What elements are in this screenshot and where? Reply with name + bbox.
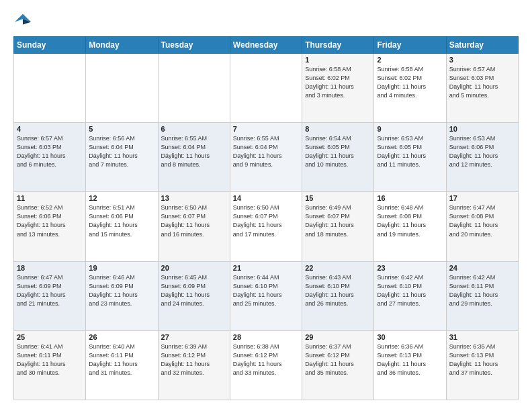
day-info: Sunrise: 6:50 AMSunset: 6:07 PMDaylight:… bbox=[233, 203, 299, 238]
calendar-week-row: 11Sunrise: 6:52 AMSunset: 6:06 PMDayligh… bbox=[14, 192, 519, 261]
calendar-day-cell: 20Sunrise: 6:45 AMSunset: 6:09 PMDayligh… bbox=[158, 261, 230, 330]
day-number: 12 bbox=[89, 194, 154, 202]
day-info: Sunrise: 6:47 AMSunset: 6:08 PMDaylight:… bbox=[449, 203, 515, 238]
day-number: 1 bbox=[305, 56, 371, 64]
day-number: 5 bbox=[89, 125, 154, 133]
calendar-day-cell: 29Sunrise: 6:37 AMSunset: 6:12 PMDayligh… bbox=[302, 330, 374, 400]
calendar-day-cell: 13Sunrise: 6:50 AMSunset: 6:07 PMDayligh… bbox=[158, 192, 230, 261]
calendar-day-cell: 30Sunrise: 6:36 AMSunset: 6:13 PMDayligh… bbox=[374, 330, 446, 400]
day-info: Sunrise: 6:52 AMSunset: 6:06 PMDaylight:… bbox=[17, 203, 83, 238]
day-number: 3 bbox=[449, 56, 515, 64]
day-info: Sunrise: 6:37 AMSunset: 6:12 PMDaylight:… bbox=[305, 342, 371, 377]
logo bbox=[13, 11, 35, 30]
day-number: 23 bbox=[377, 264, 443, 272]
day-number: 6 bbox=[161, 125, 227, 133]
calendar-day-cell: 31Sunrise: 6:35 AMSunset: 6:13 PMDayligh… bbox=[446, 330, 518, 400]
weekday-header: Tuesday bbox=[158, 37, 230, 54]
day-info: Sunrise: 6:36 AMSunset: 6:13 PMDaylight:… bbox=[377, 342, 443, 377]
day-number: 15 bbox=[305, 194, 371, 202]
day-info: Sunrise: 6:56 AMSunset: 6:04 PMDaylight:… bbox=[89, 134, 154, 169]
day-number: 28 bbox=[233, 333, 299, 341]
day-info: Sunrise: 6:49 AMSunset: 6:07 PMDaylight:… bbox=[305, 203, 371, 238]
day-info: Sunrise: 6:53 AMSunset: 6:05 PMDaylight:… bbox=[377, 134, 443, 169]
day-number: 17 bbox=[449, 194, 515, 202]
calendar-week-row: 1Sunrise: 6:58 AMSunset: 6:02 PMDaylight… bbox=[14, 54, 519, 123]
calendar-day-cell: 2Sunrise: 6:58 AMSunset: 6:02 PMDaylight… bbox=[374, 54, 446, 123]
weekday-header: Friday bbox=[374, 37, 446, 54]
calendar-day-cell: 14Sunrise: 6:50 AMSunset: 6:07 PMDayligh… bbox=[230, 192, 302, 261]
day-number: 13 bbox=[161, 194, 227, 202]
calendar-day-cell: 1Sunrise: 6:58 AMSunset: 6:02 PMDaylight… bbox=[302, 54, 374, 123]
day-info: Sunrise: 6:39 AMSunset: 6:12 PMDaylight:… bbox=[161, 342, 227, 377]
calendar-day-cell: 21Sunrise: 6:44 AMSunset: 6:10 PMDayligh… bbox=[230, 261, 302, 330]
day-info: Sunrise: 6:44 AMSunset: 6:10 PMDaylight:… bbox=[233, 273, 299, 308]
logo-bird-icon bbox=[13, 11, 32, 30]
calendar-day-cell: 28Sunrise: 6:38 AMSunset: 6:12 PMDayligh… bbox=[230, 330, 302, 400]
calendar-day-cell: 4Sunrise: 6:57 AMSunset: 6:03 PMDaylight… bbox=[14, 123, 86, 192]
calendar-day-cell: 27Sunrise: 6:39 AMSunset: 6:12 PMDayligh… bbox=[158, 330, 230, 400]
calendar-day-cell: 8Sunrise: 6:54 AMSunset: 6:05 PMDaylight… bbox=[302, 123, 374, 192]
calendar-day-cell: 15Sunrise: 6:49 AMSunset: 6:07 PMDayligh… bbox=[302, 192, 374, 261]
day-info: Sunrise: 6:58 AMSunset: 6:02 PMDaylight:… bbox=[377, 65, 443, 100]
day-info: Sunrise: 6:45 AMSunset: 6:09 PMDaylight:… bbox=[161, 273, 227, 308]
calendar-day-cell: 19Sunrise: 6:46 AMSunset: 6:09 PMDayligh… bbox=[86, 261, 158, 330]
calendar-empty-cell bbox=[86, 54, 158, 123]
day-number: 8 bbox=[305, 125, 371, 133]
calendar-day-cell: 11Sunrise: 6:52 AMSunset: 6:06 PMDayligh… bbox=[14, 192, 86, 261]
day-number: 4 bbox=[17, 125, 83, 133]
calendar-day-cell: 26Sunrise: 6:40 AMSunset: 6:11 PMDayligh… bbox=[86, 330, 158, 400]
day-number: 19 bbox=[89, 264, 154, 272]
day-number: 9 bbox=[377, 125, 443, 133]
calendar-day-cell: 9Sunrise: 6:53 AMSunset: 6:05 PMDaylight… bbox=[374, 123, 446, 192]
calendar-day-cell: 16Sunrise: 6:48 AMSunset: 6:08 PMDayligh… bbox=[374, 192, 446, 261]
calendar-day-cell: 17Sunrise: 6:47 AMSunset: 6:08 PMDayligh… bbox=[446, 192, 518, 261]
calendar-day-cell: 6Sunrise: 6:55 AMSunset: 6:04 PMDaylight… bbox=[158, 123, 230, 192]
weekday-header: Saturday bbox=[446, 37, 518, 54]
day-number: 25 bbox=[17, 333, 83, 341]
weekday-header: Wednesday bbox=[230, 37, 302, 54]
day-info: Sunrise: 6:46 AMSunset: 6:09 PMDaylight:… bbox=[89, 273, 154, 308]
day-number: 16 bbox=[377, 194, 443, 202]
day-info: Sunrise: 6:58 AMSunset: 6:02 PMDaylight:… bbox=[305, 65, 371, 100]
day-number: 7 bbox=[233, 125, 299, 133]
calendar-week-row: 4Sunrise: 6:57 AMSunset: 6:03 PMDaylight… bbox=[14, 123, 519, 192]
calendar-day-cell: 18Sunrise: 6:47 AMSunset: 6:09 PMDayligh… bbox=[14, 261, 86, 330]
day-info: Sunrise: 6:57 AMSunset: 6:03 PMDaylight:… bbox=[449, 65, 515, 100]
day-number: 30 bbox=[377, 333, 443, 341]
calendar-day-cell: 24Sunrise: 6:42 AMSunset: 6:11 PMDayligh… bbox=[446, 261, 518, 330]
day-info: Sunrise: 6:38 AMSunset: 6:12 PMDaylight:… bbox=[233, 342, 299, 377]
calendar-header-row: SundayMondayTuesdayWednesdayThursdayFrid… bbox=[14, 37, 519, 54]
calendar-day-cell: 25Sunrise: 6:41 AMSunset: 6:11 PMDayligh… bbox=[14, 330, 86, 400]
page: SundayMondayTuesdayWednesdayThursdayFrid… bbox=[0, 0, 532, 411]
day-number: 2 bbox=[377, 56, 443, 64]
calendar-day-cell: 5Sunrise: 6:56 AMSunset: 6:04 PMDaylight… bbox=[86, 123, 158, 192]
weekday-header: Monday bbox=[86, 37, 158, 54]
calendar-day-cell: 12Sunrise: 6:51 AMSunset: 6:06 PMDayligh… bbox=[86, 192, 158, 261]
weekday-header: Sunday bbox=[14, 37, 86, 54]
day-number: 27 bbox=[161, 333, 227, 341]
calendar-day-cell: 7Sunrise: 6:55 AMSunset: 6:04 PMDaylight… bbox=[230, 123, 302, 192]
day-info: Sunrise: 6:53 AMSunset: 6:06 PMDaylight:… bbox=[449, 134, 515, 169]
calendar-empty-cell bbox=[230, 54, 302, 123]
day-info: Sunrise: 6:41 AMSunset: 6:11 PMDaylight:… bbox=[17, 342, 83, 377]
day-info: Sunrise: 6:42 AMSunset: 6:10 PMDaylight:… bbox=[377, 273, 443, 308]
day-number: 10 bbox=[449, 125, 515, 133]
day-info: Sunrise: 6:35 AMSunset: 6:13 PMDaylight:… bbox=[449, 342, 515, 377]
day-info: Sunrise: 6:48 AMSunset: 6:08 PMDaylight:… bbox=[377, 203, 443, 238]
day-number: 14 bbox=[233, 194, 299, 202]
day-number: 29 bbox=[305, 333, 371, 341]
calendar-table: SundayMondayTuesdayWednesdayThursdayFrid… bbox=[13, 36, 519, 400]
day-info: Sunrise: 6:55 AMSunset: 6:04 PMDaylight:… bbox=[161, 134, 227, 169]
weekday-header: Thursday bbox=[302, 37, 374, 54]
day-number: 18 bbox=[17, 264, 83, 272]
calendar-week-row: 18Sunrise: 6:47 AMSunset: 6:09 PMDayligh… bbox=[14, 261, 519, 330]
day-info: Sunrise: 6:40 AMSunset: 6:11 PMDaylight:… bbox=[89, 342, 154, 377]
calendar-empty-cell bbox=[158, 54, 230, 123]
day-number: 26 bbox=[89, 333, 154, 341]
calendar-empty-cell bbox=[14, 54, 86, 123]
day-info: Sunrise: 6:50 AMSunset: 6:07 PMDaylight:… bbox=[161, 203, 227, 238]
day-info: Sunrise: 6:54 AMSunset: 6:05 PMDaylight:… bbox=[305, 134, 371, 169]
day-number: 11 bbox=[17, 194, 83, 202]
calendar-day-cell: 22Sunrise: 6:43 AMSunset: 6:10 PMDayligh… bbox=[302, 261, 374, 330]
day-info: Sunrise: 6:57 AMSunset: 6:03 PMDaylight:… bbox=[17, 134, 83, 169]
